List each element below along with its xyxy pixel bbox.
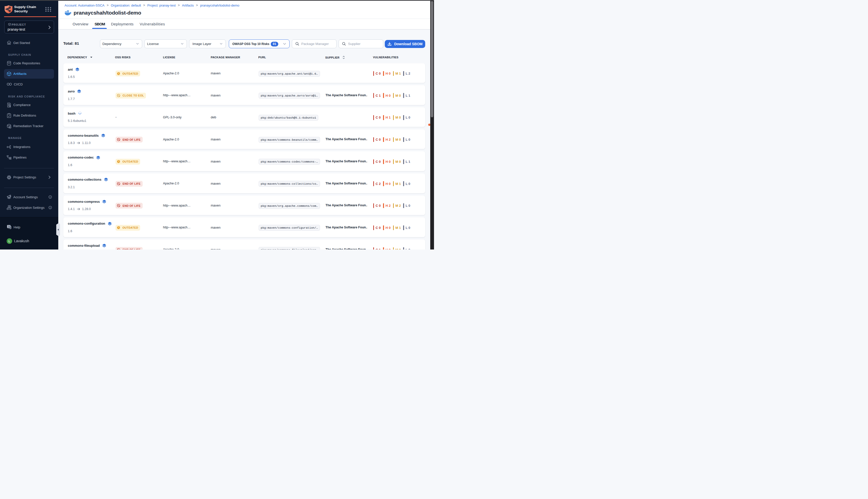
svg-text:?: ?: [8, 225, 10, 228]
svg-text:L: L: [9, 240, 10, 242]
